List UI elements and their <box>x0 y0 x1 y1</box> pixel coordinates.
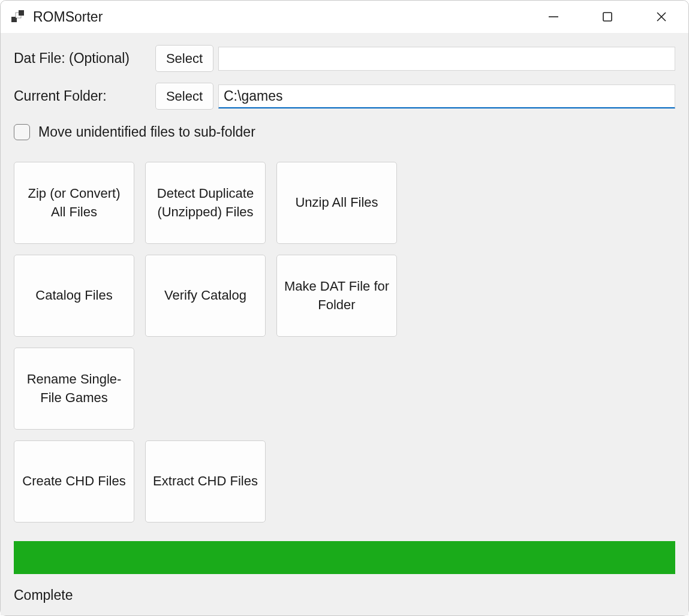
zip-all-button[interactable]: Zip (or Convert) All Files <box>14 162 134 244</box>
client-area: Dat File: (Optional) Select Current Fold… <box>1 33 688 615</box>
create-chd-button[interactable]: Create CHD Files <box>14 440 134 523</box>
button-row-2: Catalog Files Verify Catalog Make DAT Fi… <box>14 255 675 337</box>
detect-duplicate-button[interactable]: Detect Duplicate (Unzipped) Files <box>145 162 266 244</box>
rename-games-button[interactable]: Rename Single-File Games <box>14 348 134 430</box>
current-folder-input[interactable] <box>218 84 675 108</box>
button-row-1: Zip (or Convert) All Files Detect Duplic… <box>14 162 675 244</box>
progress-bar <box>14 541 675 574</box>
svg-rect-4 <box>603 13 612 21</box>
move-unidentified-row: Move unidentified files to sub-folder <box>14 124 675 140</box>
app-icon <box>11 10 25 23</box>
action-button-grid: Zip (or Convert) All Files Detect Duplic… <box>14 162 675 523</box>
extract-chd-button[interactable]: Extract CHD Files <box>145 440 266 523</box>
dat-file-label: Dat File: (Optional) <box>14 50 155 67</box>
maximize-button[interactable] <box>580 1 634 33</box>
dat-file-input[interactable] <box>218 47 675 71</box>
folder-select-button[interactable]: Select <box>155 83 213 110</box>
make-dat-button[interactable]: Make DAT File for Folder <box>276 255 397 337</box>
dat-select-button[interactable]: Select <box>155 45 213 72</box>
app-window: ROMSorter Dat File: (Optional) Select Cu… <box>0 0 689 616</box>
spacer <box>14 523 675 541</box>
move-unidentified-checkbox[interactable] <box>14 124 30 140</box>
button-row-4: Create CHD Files Extract CHD Files <box>14 440 675 523</box>
current-folder-label: Current Folder: <box>14 88 155 104</box>
titlebar[interactable]: ROMSorter <box>1 1 688 33</box>
window-title: ROMSorter <box>33 9 526 25</box>
current-folder-row: Current Folder: Select <box>14 83 675 110</box>
verify-catalog-button[interactable]: Verify Catalog <box>145 255 266 337</box>
svg-rect-2 <box>19 10 24 16</box>
close-button[interactable] <box>634 1 688 33</box>
window-controls <box>526 1 688 33</box>
catalog-files-button[interactable]: Catalog Files <box>14 255 134 337</box>
button-row-3: Rename Single-File Games <box>14 348 675 430</box>
move-unidentified-label: Move unidentified files to sub-folder <box>38 124 255 140</box>
minimize-button[interactable] <box>526 1 580 33</box>
unzip-all-button[interactable]: Unzip All Files <box>276 162 397 244</box>
status-text: Complete <box>14 587 675 606</box>
dat-file-row: Dat File: (Optional) Select <box>14 45 675 72</box>
